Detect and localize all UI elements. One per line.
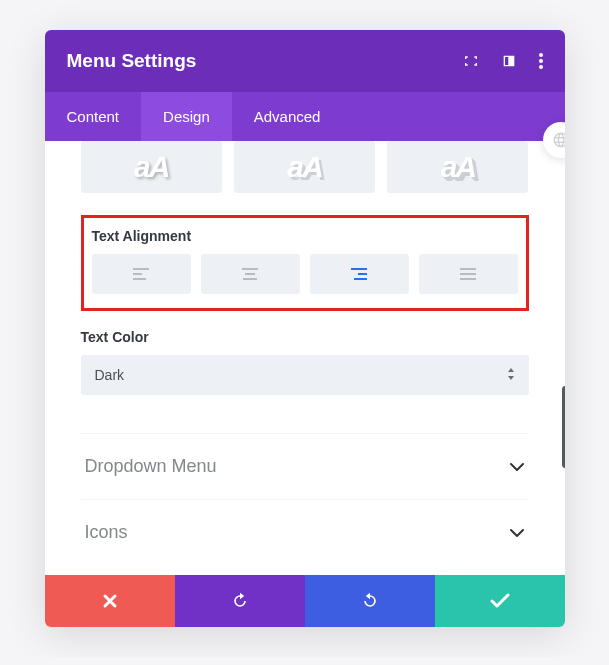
tab-design[interactable]: Design [141,92,232,141]
undo-button[interactable] [175,575,305,627]
header-actions [463,53,543,69]
redo-button[interactable] [305,575,435,627]
settings-panel: Menu Settings Content Design Advanced aA… [45,30,565,627]
align-justify-button[interactable] [419,254,518,294]
text-alignment-section: Text Alignment [81,215,529,311]
tab-advanced[interactable]: Advanced [232,92,343,141]
align-center-icon [240,267,260,281]
text-shadow-options: aA aA aA [81,141,529,193]
accordion-dropdown-menu[interactable]: Dropdown Menu [81,433,529,499]
close-icon [102,593,118,609]
select-caret-icon [507,367,515,383]
chevron-down-icon [509,528,525,538]
align-center-button[interactable] [201,254,300,294]
text-alignment-label: Text Alignment [92,228,518,244]
kebab-icon[interactable] [539,53,543,69]
expand-icon[interactable] [463,53,479,69]
svg-point-0 [539,53,543,57]
text-color-value: Dark [95,367,125,383]
footer-actions [45,575,565,627]
align-left-icon [131,267,151,281]
text-shadow-option-2[interactable]: aA [234,141,375,193]
tab-content[interactable]: Content [45,92,142,141]
chevron-down-icon [509,462,525,472]
align-justify-icon [458,267,478,281]
undo-icon [230,591,250,611]
accordion-icons[interactable]: Icons [81,499,529,565]
accordion: Dropdown Menu Icons [81,433,529,565]
globe-icon [552,131,565,149]
align-right-button[interactable] [310,254,409,294]
panel-header: Menu Settings [45,30,565,92]
text-color-section: Text Color Dark [81,329,529,395]
snap-icon[interactable] [501,53,517,69]
text-shadow-option-3[interactable]: aA [387,141,528,193]
text-alignment-options [92,254,518,294]
svg-point-2 [539,65,543,69]
align-right-icon [349,267,369,281]
text-color-select[interactable]: Dark [81,355,529,395]
close-button[interactable] [45,575,175,627]
svg-point-1 [539,59,543,63]
text-shadow-option-1[interactable]: aA [81,141,222,193]
panel-body: aA aA aA Text Alignment [45,141,565,575]
check-icon [490,593,510,609]
panel-title: Menu Settings [67,50,197,72]
tabs: Content Design Advanced [45,92,565,141]
confirm-button[interactable] [435,575,565,627]
redo-icon [360,591,380,611]
align-left-button[interactable] [92,254,191,294]
text-color-label: Text Color [81,329,529,345]
scrollbar-thumb[interactable] [562,386,565,468]
